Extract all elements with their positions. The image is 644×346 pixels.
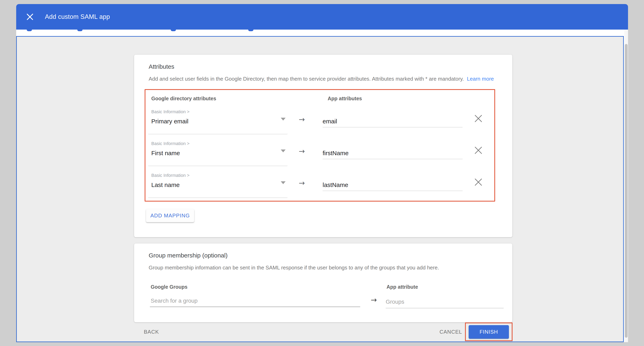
scrollbar-thumb[interactable] [625,44,628,338]
cancel-button[interactable]: CANCEL [440,329,462,335]
group-app-attribute-input[interactable] [386,296,504,308]
dropdown-caret-icon [281,149,286,152]
directory-attribute-category: Basic Information > [151,141,288,146]
stepper-dot [77,30,82,31]
stepper-dot [27,30,32,31]
finish-annotation-box: FINISH [465,322,512,341]
mapping-arrow-icon: → [299,147,305,155]
dropdown-caret-icon [281,181,286,184]
remove-mapping-icon[interactable] [475,178,482,186]
mapping-annotation-box: Google directory attributes App attribut… [144,89,495,202]
group-membership-description: Group membership information can be sent… [149,265,439,271]
scrollbar-track[interactable] [624,30,628,342]
directory-attribute-select[interactable]: Basic Information > Last name [148,172,288,198]
close-icon[interactable] [26,13,34,21]
mapping-row: Basic Information > Primary email → [146,109,496,135]
remove-mapping-icon[interactable] [475,114,482,123]
mapping-row: Basic Information > Last name → [146,172,496,199]
dropdown-caret-icon [281,118,286,120]
directory-attribute-value: Primary email [151,118,288,125]
content-annotation-box: Attributes Add and select user fields in… [16,36,624,342]
stepper-dot [248,30,254,31]
directory-attribute-select[interactable]: Basic Information > First name [148,141,288,166]
mapping-arrow-icon: → [299,179,305,187]
app-attribute-input[interactable] [322,147,462,159]
directory-attribute-value: First name [151,150,288,156]
app-attribute-input[interactable] [322,179,462,191]
add-mapping-button[interactable]: ADD MAPPING [146,209,194,222]
attributes-description: Add and select user fields in the Google… [149,76,494,82]
group-membership-card: Group membership (optional) Group member… [134,244,512,322]
attributes-card: Attributes Add and select user fields in… [134,55,512,237]
remove-mapping-icon[interactable] [475,146,482,154]
app-attribute-input[interactable] [322,116,462,127]
learn-more-link[interactable]: Learn more [467,76,494,82]
attributes-description-text: Add and select user fields in the Google… [149,76,464,82]
google-groups-column-header: Google Groups [151,284,188,290]
app-attribute-column-header: App attribute [386,284,418,290]
dialog-title: Add custom SAML app [45,13,110,21]
group-mapping-arrow-icon: → [371,296,377,304]
attributes-title: Attributes [149,63,174,70]
stepper-dot [171,30,176,31]
directory-attribute-category: Basic Information > [151,109,288,114]
back-button[interactable]: BACK [144,329,159,335]
group-search-input[interactable] [150,295,360,307]
group-membership-title: Group membership (optional) [149,252,228,259]
directory-attribute-select[interactable]: Basic Information > Primary email [148,109,288,134]
finish-button[interactable]: FINISH [469,325,509,339]
page-background: Add custom SAML app Attributes Add and s… [0,0,644,346]
mapping-arrow-icon: → [299,115,305,124]
dialog-header: Add custom SAML app [16,4,628,30]
app-attributes-column-header: App attributes [328,96,362,101]
directory-attribute-value: Last name [151,182,288,188]
directory-attribute-category: Basic Information > [151,173,288,178]
mapping-row: Basic Information > First name → [146,141,496,167]
directory-attributes-column-header: Google directory attributes [151,96,216,101]
